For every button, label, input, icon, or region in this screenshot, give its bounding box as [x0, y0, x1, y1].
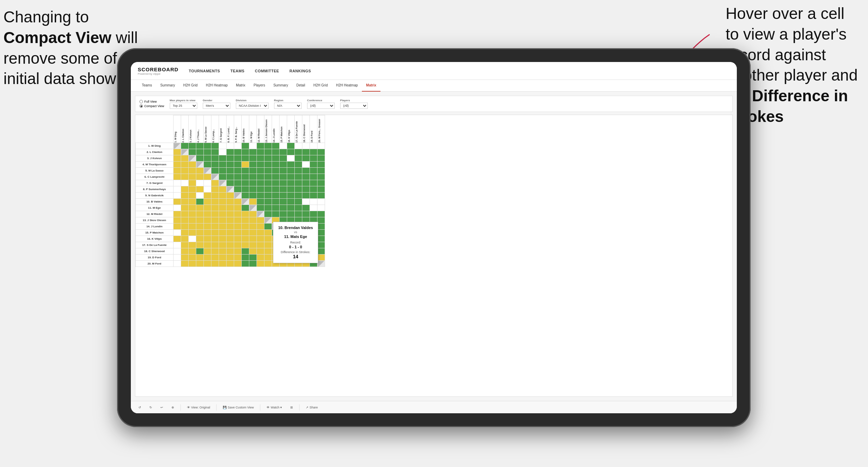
cell-11-9[interactable]: [234, 205, 242, 211]
cell-1-12[interactable]: [257, 143, 264, 149]
cell-12-20[interactable]: [317, 211, 325, 217]
cell-10-1[interactable]: [174, 199, 181, 205]
cell-5-2[interactable]: [181, 168, 189, 174]
cell-14-2[interactable]: [181, 224, 189, 230]
cell-13-8[interactable]: [227, 217, 234, 224]
back-button[interactable]: ↩: [158, 405, 165, 410]
cell-6-9[interactable]: [234, 174, 242, 180]
cell-10-10[interactable]: [242, 199, 249, 205]
cell-6-20[interactable]: [317, 174, 325, 180]
cell-8-11[interactable]: [249, 186, 257, 193]
cell-15-2[interactable]: [181, 230, 189, 236]
cell-3-3[interactable]: [189, 155, 196, 162]
cell-9-18[interactable]: [302, 193, 310, 199]
cell-5-17[interactable]: [295, 168, 302, 174]
cell-6-10[interactable]: [242, 174, 249, 180]
cell-10-17[interactable]: [295, 199, 302, 205]
cell-2-9[interactable]: [234, 149, 242, 155]
cell-13-20[interactable]: [317, 217, 325, 224]
cell-8-14[interactable]: [272, 186, 280, 193]
cell-11-6[interactable]: [211, 205, 219, 211]
tab-teams[interactable]: Teams: [138, 80, 156, 92]
cell-11-14[interactable]: [272, 205, 280, 211]
cell-12-10[interactable]: [242, 211, 249, 217]
cell-14-8[interactable]: [227, 224, 234, 230]
cell-14-5[interactable]: [204, 224, 211, 230]
cell-17-1[interactable]: [174, 242, 181, 248]
cell-2-13[interactable]: [264, 149, 272, 155]
cell-20-7[interactable]: [219, 261, 227, 267]
cell-20-4[interactable]: [196, 261, 204, 267]
cell-14-4[interactable]: [196, 224, 204, 230]
tab-matrix-1[interactable]: Matrix: [232, 80, 249, 92]
cell-12-15[interactable]: [280, 211, 287, 217]
watch-button[interactable]: 👁 Watch ▾: [264, 405, 284, 410]
tab-h2h-heatmap[interactable]: H2H Heatmap: [202, 80, 232, 92]
cell-4-10[interactable]: [242, 162, 249, 168]
cell-1-11[interactable]: [249, 143, 257, 149]
cell-1-13[interactable]: [264, 143, 272, 149]
cell-9-15[interactable]: [280, 193, 287, 199]
cell-10-16[interactable]: [287, 199, 295, 205]
cell-7-5[interactable]: [204, 180, 211, 186]
cell-9-16[interactable]: [287, 193, 295, 199]
compact-view-option[interactable]: Compact View: [139, 104, 164, 108]
cell-18-5[interactable]: [204, 248, 211, 255]
cell-7-11[interactable]: [249, 180, 257, 186]
cell-8-12[interactable]: [257, 186, 264, 193]
cell-17-4[interactable]: [196, 242, 204, 248]
cell-7-9[interactable]: [234, 180, 242, 186]
cell-10-8[interactable]: [227, 199, 234, 205]
cell-15-11[interactable]: [249, 230, 257, 236]
cell-4-13[interactable]: [264, 162, 272, 168]
cell-1-4[interactable]: [196, 143, 204, 149]
nav-tournaments[interactable]: TOURNAMENTS: [189, 68, 220, 74]
cell-3-8[interactable]: [227, 155, 234, 162]
cell-11-8[interactable]: [227, 205, 234, 211]
cell-12-5[interactable]: [204, 211, 211, 217]
cell-5-1[interactable]: [174, 168, 181, 174]
cell-19-13[interactable]: [264, 255, 272, 261]
redo-button[interactable]: ↻: [147, 405, 154, 410]
cell-16-5[interactable]: [204, 236, 211, 242]
cell-6-14[interactable]: [272, 174, 280, 180]
cell-1-2[interactable]: [181, 143, 189, 149]
cell-2-1[interactable]: [174, 149, 181, 155]
cell-14-7[interactable]: [219, 224, 227, 230]
cell-1-5[interactable]: [204, 143, 211, 149]
cell-10-20[interactable]: [317, 199, 325, 205]
cell-3-14[interactable]: [272, 155, 280, 162]
cell-7-1[interactable]: [174, 180, 181, 186]
cell-19-1[interactable]: [174, 255, 181, 261]
cell-17-20[interactable]: [317, 242, 325, 248]
cell-9-2[interactable]: [181, 193, 189, 199]
cell-11-19[interactable]: [310, 205, 317, 211]
cell-12-12[interactable]: [257, 211, 264, 217]
cell-4-16[interactable]: [287, 162, 295, 168]
cell-8-1[interactable]: [174, 186, 181, 193]
cell-1-17[interactable]: [295, 143, 302, 149]
cell-12-18[interactable]: [302, 211, 310, 217]
cell-20-5[interactable]: [204, 261, 211, 267]
cell-14-10[interactable]: [242, 224, 249, 230]
cell-2-18[interactable]: [302, 149, 310, 155]
cell-8-8[interactable]: [227, 186, 234, 193]
cell-10-11[interactable]: [249, 199, 257, 205]
cell-2-3[interactable]: [189, 149, 196, 155]
cell-5-19[interactable]: [310, 168, 317, 174]
cell-20-12[interactable]: [257, 261, 264, 267]
cell-20-20[interactable]: [317, 261, 325, 267]
tab-summary-2[interactable]: Summary: [269, 80, 292, 92]
cell-5-12[interactable]: [257, 168, 264, 174]
cell-4-20[interactable]: [317, 162, 325, 168]
cell-11-3[interactable]: [189, 205, 196, 211]
cell-6-2[interactable]: [181, 174, 189, 180]
cell-9-19[interactable]: [310, 193, 317, 199]
cell-15-12[interactable]: [257, 230, 264, 236]
cell-14-20[interactable]: [317, 224, 325, 230]
cell-8-18[interactable]: [302, 186, 310, 193]
cell-4-11[interactable]: [249, 162, 257, 168]
cell-13-12[interactable]: [257, 217, 264, 224]
cell-15-10[interactable]: [242, 230, 249, 236]
cell-7-13[interactable]: [264, 180, 272, 186]
